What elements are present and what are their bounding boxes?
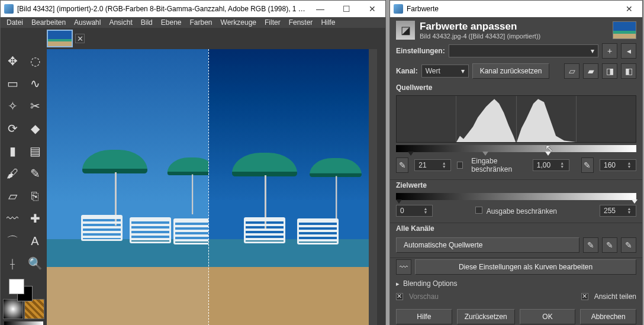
output-white-field[interactable]: ▲▼: [600, 205, 636, 217]
black-eyedropper-button[interactable]: ✎: [396, 157, 408, 173]
menu-werkzeuge[interactable]: Werkzeuge: [217, 17, 260, 28]
clamp-input-checkbox[interactable]: [457, 162, 463, 169]
blending-label[interactable]: Blending Options: [403, 279, 457, 288]
hist-style1-button[interactable]: ◨: [602, 63, 617, 79]
input-white-slider[interactable]: [545, 152, 551, 156]
levels-close-button[interactable]: ✕: [616, 1, 642, 17]
minimize-button[interactable]: —: [307, 1, 333, 17]
image-tab-thumbnail[interactable]: [47, 30, 73, 47]
split-view-label: Ansicht teilen: [594, 292, 636, 301]
output-white-slider[interactable]: [632, 199, 637, 204]
brush-tool[interactable]: 🖌: [2, 163, 23, 184]
output-black-field[interactable]: ▲▼: [396, 205, 433, 217]
ok-button[interactable]: OK: [520, 309, 576, 324]
text-tool[interactable]: A: [24, 230, 46, 252]
pencil-tool[interactable]: ✎: [24, 163, 46, 184]
menu-bearbeiten[interactable]: Bearbeiten: [28, 17, 69, 28]
cancel-button[interactable]: Abbrechen: [580, 309, 636, 324]
output-gradient[interactable]: [396, 193, 636, 200]
menu-hilfe[interactable]: Hilfe: [317, 17, 339, 28]
gamma-field[interactable]: ▲▼: [533, 159, 569, 171]
rectselect-tool[interactable]: ▭: [2, 73, 23, 94]
expand-icon[interactable]: ▸: [396, 280, 400, 288]
output-black-slider[interactable]: [396, 199, 402, 204]
path-tool[interactable]: ⌒: [2, 230, 23, 252]
smudge-tool[interactable]: 〰: [2, 208, 23, 229]
hist-style2-button[interactable]: ◧: [621, 63, 636, 79]
channel-select[interactable]: Wert▾: [421, 65, 469, 78]
histogram[interactable]: [396, 95, 636, 143]
close-button[interactable]: ✕: [359, 1, 385, 17]
main-titlebar: [Bild 43432] (importiert)-2.0 (RGB-Farbe…: [1, 1, 385, 17]
warp-tool[interactable]: ◆: [24, 118, 46, 139]
menu-farben[interactable]: Farben: [186, 17, 216, 28]
image-tabs: ✕: [1, 28, 385, 49]
menu-ansicht[interactable]: Ansicht: [105, 17, 136, 28]
zoom-tool[interactable]: 🔍: [24, 253, 46, 274]
menu-ebene[interactable]: Ebene: [157, 17, 185, 28]
input-black-field[interactable]: ▲▼: [414, 159, 451, 171]
input-black-slider[interactable]: [408, 152, 414, 156]
levels-titlebar: Farbwerte ✕: [390, 1, 642, 17]
split-view-checkbox[interactable]: [581, 293, 588, 300]
reset-button[interactable]: Zurücksetzen: [457, 309, 515, 324]
clamp-output-checkbox[interactable]: [475, 207, 482, 214]
input-white-field[interactable]: ▲▼: [600, 159, 636, 171]
freeselect-tool[interactable]: ◌: [24, 50, 46, 72]
image-canvas[interactable]: [47, 49, 377, 325]
presets-select[interactable]: ▾: [449, 44, 598, 57]
clone-tool[interactable]: ⎘: [24, 185, 46, 207]
fuzzy-tool[interactable]: ✧: [2, 95, 23, 117]
heal-tool[interactable]: ✚: [24, 208, 46, 229]
image-tab-close-icon[interactable]: ✕: [75, 34, 85, 43]
help-button[interactable]: Hilfe: [396, 309, 452, 324]
input-gradient[interactable]: ↖: [396, 145, 636, 152]
lasso-tool[interactable]: ∿: [24, 73, 46, 94]
gradient-tool[interactable]: ▤: [24, 140, 46, 162]
eraser-tool[interactable]: ▱: [2, 185, 23, 207]
color-swatches[interactable]: [2, 275, 46, 303]
preview-checkbox[interactable]: [396, 293, 403, 300]
menu-datei[interactable]: Datei: [3, 17, 27, 28]
vertical-scrollbar[interactable]: [369, 49, 377, 325]
preview-label: Vorschau: [409, 292, 439, 301]
preset-menu-button[interactable]: ◂: [621, 43, 636, 59]
pick-black-button[interactable]: ✎: [583, 237, 598, 253]
toolbox: ✥◌▭∿✧✂⟳◆▮▤🖌✎▱⎘〰✚⌒A⟊🔍: [1, 49, 47, 325]
linear-hist-button[interactable]: ▱: [564, 63, 579, 79]
bucket-tool[interactable]: ▮: [2, 140, 23, 162]
svg-marker-1: [517, 99, 576, 142]
input-gamma-slider[interactable]: [482, 152, 488, 156]
auto-levels-button[interactable]: Automatische Quellwerte: [396, 237, 579, 253]
split-preview-line: [208, 49, 209, 325]
presets-label: Einstellungen:: [396, 47, 445, 55]
levels-window-title: Farbwerte: [407, 5, 616, 13]
pick-white-button[interactable]: ✎: [621, 237, 636, 253]
levels-dialog: Farbwerte ✕ ◪ Farbwerte anpassen Bild 43…: [389, 0, 643, 325]
menu-bild[interactable]: Bild: [137, 17, 156, 28]
menubar: DateiBearbeitenAuswahlAnsichtBildEbeneFa…: [1, 17, 385, 28]
pick-gray-button[interactable]: ✎: [602, 237, 617, 253]
edit-as-curves-button[interactable]: Diese Einstellungen als Kurven bearbeite…: [415, 259, 636, 275]
log-hist-button[interactable]: ▰: [583, 63, 598, 79]
crop-tool[interactable]: ✂: [24, 95, 46, 117]
measure-tool[interactable]: ⟊: [2, 253, 23, 274]
maximize-button[interactable]: ☐: [333, 1, 359, 17]
levels-header: ◪ Farbwerte anpassen Bild 43432.jpg-4 ([…: [390, 17, 642, 41]
white-eyedropper-button[interactable]: ✎: [581, 157, 594, 173]
preset-add-button[interactable]: +: [602, 43, 617, 59]
levels-preview-thumb: [613, 21, 636, 39]
curves-icon: 〰: [396, 259, 411, 275]
rotate-tool[interactable]: ⟳: [2, 118, 23, 139]
clamp-input-label: Eingabe beschränken: [471, 157, 526, 173]
channel-reset-button[interactable]: Kanal zurücksetzen: [472, 63, 550, 79]
menu-filter[interactable]: Filter: [261, 17, 284, 28]
gradient-preview[interactable]: [4, 321, 43, 325]
clamp-output-label: Ausgabe beschränken: [487, 207, 557, 215]
foreground-swatch[interactable]: [9, 279, 24, 294]
dest-label: Zielwerte: [396, 181, 427, 189]
levels-window-icon: [394, 4, 403, 14]
menu-fenster[interactable]: Fenster: [285, 17, 317, 28]
menu-auswahl[interactable]: Auswahl: [70, 17, 104, 28]
move-tool[interactable]: ✥: [2, 50, 23, 72]
